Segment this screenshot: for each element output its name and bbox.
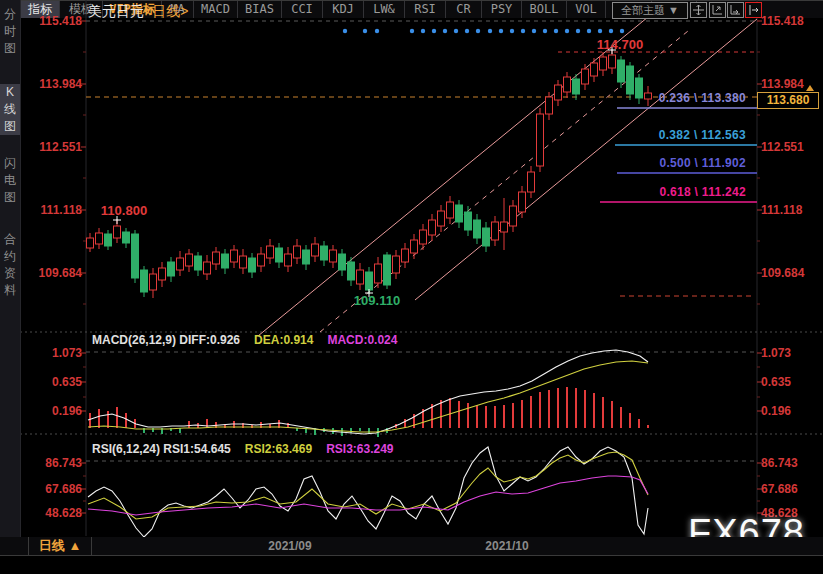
macd-panel: [88, 350, 648, 437]
axis-label: 0.635: [761, 375, 821, 389]
date-label-oct: 2021/10: [477, 539, 537, 553]
chevron-down-icon: ▼: [668, 4, 679, 16]
axis-label: 109.684: [16, 266, 82, 280]
trading-app-window: 分时图K线图闪电图合约资料 美元日元<日线> 全部主题 ▼ 115.418113…: [0, 0, 823, 574]
axis-label: 111.118: [761, 203, 821, 217]
period-up-arrow-icon: ▲: [68, 538, 81, 553]
rsi-indicator-header: RSI(6,12,24) RSI1:54.645RSI2:63.469RSI3:…: [92, 442, 408, 456]
x-axis-zoom-icon[interactable]: [727, 2, 744, 18]
date-label-sep: 2021/09: [260, 539, 320, 553]
axis-label: 48.628: [16, 506, 82, 520]
period-selector[interactable]: 日线 ▲: [28, 537, 92, 555]
axis-label: 115.418: [16, 14, 82, 28]
price-annotation: 114.700: [578, 37, 662, 52]
theme-dropdown-label: 全部主题: [621, 4, 665, 16]
sidebar-tab-闪电图[interactable]: 闪电图: [0, 155, 20, 206]
fib-level-label: 0.618 \ 111.242: [556, 185, 746, 199]
axis-label: 0.635: [16, 375, 82, 389]
fib-level-label: 0.500 \ 111.902: [556, 156, 746, 170]
macd-indicator-header: MACD(26,12,9) DIFF:0.926DEA:0.914MACD:0.…: [92, 333, 411, 347]
period-tag: <日线>: [144, 3, 188, 19]
chart-canvas[interactable]: [0, 0, 823, 537]
axis-label: 113.984: [16, 77, 82, 91]
axis-label: 112.551: [761, 140, 821, 154]
signal-dots: [343, 29, 624, 33]
axis-label: 1.073: [761, 346, 821, 360]
crosshair-move-icon[interactable]: [690, 2, 707, 18]
pan-right-icon[interactable]: [745, 2, 762, 18]
y-axis-zoom-icon[interactable]: [709, 2, 726, 18]
price-annotation: 110.800: [82, 203, 166, 218]
axis-label: 115.418: [761, 14, 821, 28]
fib-level-label: 0.382 \ 112.563: [556, 128, 746, 142]
axis-label: 86.743: [761, 456, 821, 470]
rsi2-value: RSI2:63.469: [245, 442, 312, 456]
axis-label: 112.551: [16, 140, 82, 154]
price-annotation: 109.110: [335, 293, 419, 308]
axis-label: 67.686: [16, 482, 82, 496]
axis-label: 111.118: [16, 203, 82, 217]
sidebar-tab-合约资料[interactable]: 合约资料: [0, 231, 20, 299]
macd-diff-value: MACD(26,12,9) DIFF:0.926: [92, 333, 240, 347]
period-label: 日线: [39, 538, 65, 553]
axis-label: 109.684: [761, 266, 821, 280]
macd-hist-value: MACD:0.024: [327, 333, 397, 347]
axis-label: 0.196: [16, 404, 82, 418]
rsi3-value: RSI3:63.249: [326, 442, 393, 456]
axis-label: 0.196: [761, 404, 821, 418]
last-price-badge: 113.680: [757, 92, 819, 109]
fib-level-label: 0.236 \ 113.380: [556, 91, 746, 105]
macd-dea-value: DEA:0.914: [254, 333, 313, 347]
rsi1-value: RSI(6,12,24) RSI1:54.645: [92, 442, 231, 456]
axis-label: 67.686: [761, 482, 821, 496]
axis-label: 86.743: [16, 456, 82, 470]
candlestick-series: [87, 50, 652, 298]
time-axis-row: 日线 ▲ 2021/09 2021/10: [0, 537, 823, 556]
symbol-name: 美元日元: [88, 3, 144, 19]
chart-title: 美元日元<日线>: [88, 3, 188, 21]
axis-label: 1.073: [16, 346, 82, 360]
price-up-arrow-icon: [806, 85, 814, 91]
theme-dropdown[interactable]: 全部主题 ▼: [612, 2, 688, 19]
sidebar-tab-K线图[interactable]: K线图: [0, 84, 20, 135]
